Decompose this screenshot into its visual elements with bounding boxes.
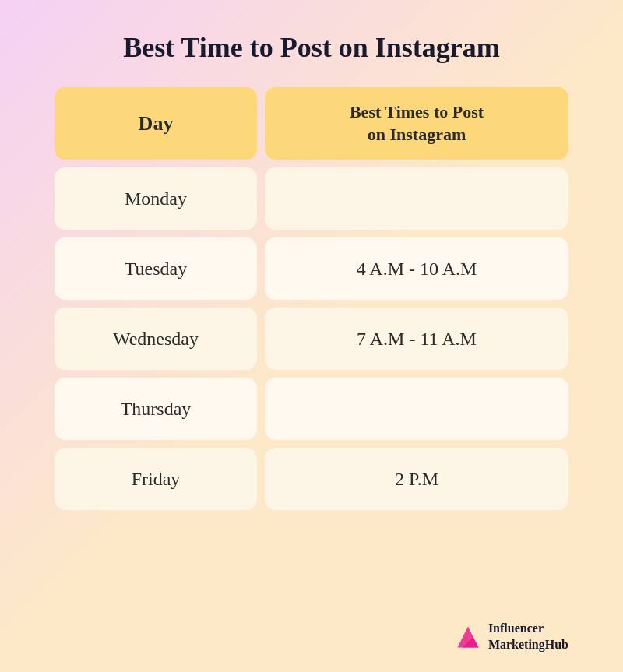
day-label-wednesday: Wednesday: [55, 308, 257, 370]
day-label-friday: Friday: [55, 448, 257, 510]
brand-name: Influencer MarketingHub: [488, 621, 568, 653]
time-label-thursday: [265, 378, 568, 440]
table-row: Thursday: [55, 378, 568, 440]
day-label-thursday: Thursday: [55, 378, 257, 440]
table-row: Tuesday 4 A.M - 10 A.M: [55, 237, 568, 300]
table-header-row: Day Best Times to Post on Instagram: [55, 87, 568, 160]
header-time-cell: Best Times to Post on Instagram: [265, 87, 568, 160]
time-label-friday: 2 P.M: [265, 448, 568, 510]
table-row: Monday: [55, 167, 568, 230]
brand-logo-icon: [454, 623, 482, 651]
time-label-monday: [265, 167, 568, 230]
table-row: Wednesday 7 A.M - 11 A.M: [55, 308, 568, 370]
table-row: Friday 2 P.M: [55, 448, 568, 510]
header-day-cell: Day: [55, 87, 257, 160]
time-label-tuesday: 4 A.M - 10 A.M: [265, 237, 568, 300]
schedule-table: Day Best Times to Post on Instagram Mond…: [55, 87, 568, 510]
time-label-wednesday: 7 A.M - 11 A.M: [265, 308, 568, 370]
branding-section: Influencer MarketingHub: [454, 621, 568, 653]
day-label-tuesday: Tuesday: [55, 237, 257, 300]
day-label-monday: Monday: [55, 167, 257, 230]
page-title: Best Time to Post on Instagram: [123, 31, 500, 64]
